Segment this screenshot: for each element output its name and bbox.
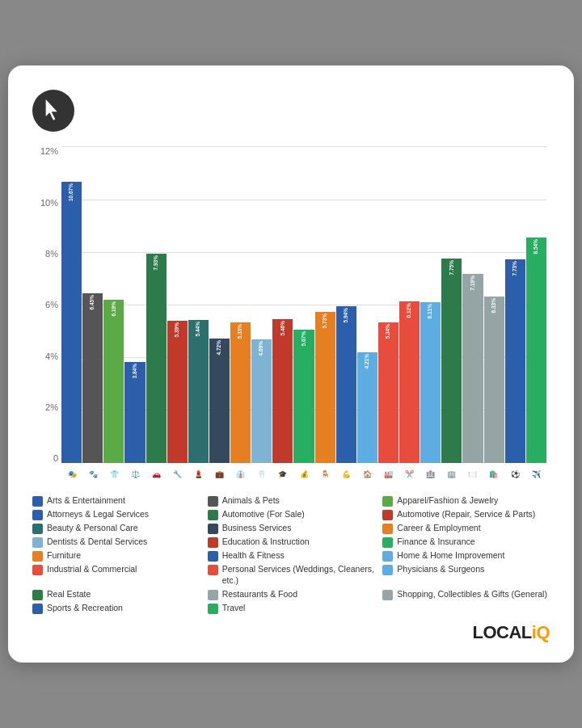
bar-group: 7.19% [462, 146, 483, 463]
legend-item: Travel [208, 603, 375, 614]
bar-icon: 🛍️ [483, 463, 504, 486]
bar-group: 6.11% [420, 146, 441, 463]
legend-color [32, 510, 43, 520]
bar: 3.84% [124, 362, 145, 463]
bar-value: 7.73% [512, 261, 518, 276]
bar-group: 5.94% [336, 146, 356, 463]
header [32, 90, 550, 132]
bar-icon: ⚖️ [124, 463, 146, 486]
legend-label: Finance & Insurance [397, 537, 474, 548]
bar-group: 10.67% [61, 146, 82, 463]
legend-label: Arts & Entertainment [47, 495, 125, 507]
bar: 5.07% [293, 330, 314, 464]
bar-value: 7.93% [154, 255, 159, 270]
legend-item: Automotive (For Sale) [208, 509, 375, 520]
bar-icon: 🐾 [82, 463, 103, 486]
legend-item: Beauty & Personal Care [32, 523, 200, 534]
bar-icon: 👕 [103, 463, 124, 486]
bars-container: 10.67%6.45%6.19%3.84%7.93%5.39%5.44%4.72… [61, 146, 546, 463]
legend-label: Career & Employment [397, 523, 480, 534]
bar-group: 4.69% [251, 146, 272, 463]
legend-item: Arts & Entertainment [32, 495, 200, 507]
bar-icon: 💄 [188, 463, 209, 486]
bar-value: 4.69% [259, 341, 264, 356]
bar-group: 6.19% [103, 146, 124, 463]
bar-icon: 💼 [209, 463, 230, 486]
bar-icon: 🚗 [146, 463, 167, 486]
legend-color [382, 551, 393, 562]
legend-label: Real Estate [47, 589, 91, 600]
y-label-0: 0 [53, 453, 58, 463]
bar-icon: ✂️ [399, 463, 420, 486]
localiq-highlight: iQ [532, 622, 550, 642]
legend-color [32, 590, 43, 600]
legend-item: Career & Employment [382, 523, 550, 534]
legend-item: Industrial & Commercial [32, 564, 200, 586]
bar: 6.19% [103, 300, 124, 463]
bar-icon: 🏠 [356, 463, 377, 486]
y-label-4: 4% [45, 351, 58, 361]
legend-color [382, 565, 393, 575]
bar-group: 6.45% [82, 146, 103, 463]
legend-label: Beauty & Personal Care [47, 523, 138, 534]
bar: 7.93% [146, 254, 167, 463]
legend-label: Business Services [222, 523, 292, 534]
legend-item: Shopping, Collectibles & Gifts (General) [382, 589, 550, 600]
legend-color [32, 537, 43, 548]
legend-item: Personal Services (Weddings, Cleaners, e… [208, 564, 375, 586]
legend-item: Education & Instruction [208, 537, 375, 548]
legend-label: Shopping, Collectibles & Gifts (General) [397, 589, 547, 600]
bar-icon: 🏥 [420, 463, 441, 486]
legend-color [32, 604, 43, 614]
bar-group: 5.46% [272, 146, 293, 463]
bar-icon: 🏭 [377, 463, 399, 486]
legend-color [208, 565, 218, 575]
bar-group: 5.44% [188, 146, 209, 463]
bar: 4.72% [209, 339, 230, 463]
bar-value: 5.94% [344, 308, 349, 322]
bar-group: 4.21% [357, 146, 377, 463]
main-card: 12% 10% 8% 6% 4% 2% 0 10.67%6.45%6.19%3.… [8, 65, 574, 662]
legend-item: Automotive (Repair, Service & Parts) [382, 509, 550, 520]
legend-item: Real Estate [32, 589, 200, 600]
legend-item: Dentists & Dental Services [32, 537, 200, 548]
icon-row: 🎭🐾👕⚖️🚗🔧💄💼👔🦷🎓💰🪑💪🏠🏭✂️🏥🏢🍽️🛍️⚽✈️ [61, 463, 546, 486]
bar-icon: 👔 [230, 463, 251, 486]
bar: 7.75% [441, 259, 462, 463]
legend-item: Business Services [208, 523, 375, 534]
legend-color [208, 510, 218, 520]
legend: Arts & EntertainmentAnimals & PetsAppare… [32, 495, 550, 613]
bar-value: 4.21% [365, 354, 370, 368]
bar-group: 8.54% [526, 146, 546, 463]
legend-label: Automotive (Repair, Service & Parts) [397, 509, 535, 520]
y-label-2: 2% [45, 402, 58, 412]
bar-icon: 💰 [293, 463, 314, 486]
bar-group: 5.73% [315, 146, 335, 463]
legend-color [32, 551, 43, 562]
legend-color [382, 537, 393, 548]
legend-color [208, 496, 218, 507]
y-label-10: 10% [40, 198, 58, 208]
bar: 5.73% [315, 312, 335, 463]
bar: 5.44% [188, 320, 209, 464]
bar-icon: 🪑 [314, 463, 335, 486]
bar-icon: 🔧 [167, 463, 188, 486]
bar-group: 5.39% [167, 146, 188, 463]
bar-value: 7.75% [449, 260, 455, 275]
legend-item: Physicians & Surgeons [382, 564, 550, 586]
legend-item: Animals & Pets [208, 495, 375, 507]
bar: 5.46% [272, 319, 293, 463]
cursor-icon [32, 90, 74, 132]
bar-group: 3.84% [124, 146, 145, 463]
bar-icon: 💪 [335, 463, 356, 486]
legend-item: Finance & Insurance [382, 537, 550, 548]
bar-value: 6.33% [491, 298, 497, 313]
legend-color [382, 590, 393, 600]
legend-color [32, 565, 43, 575]
legend-label: Health & Fitness [222, 550, 285, 562]
legend-item: Home & Home Improvement [382, 550, 550, 562]
bar-group: 5.33% [230, 146, 251, 463]
bar-group: 4.72% [209, 146, 230, 463]
bar-group: 5.07% [293, 146, 314, 463]
legend-label: Automotive (For Sale) [222, 509, 305, 520]
